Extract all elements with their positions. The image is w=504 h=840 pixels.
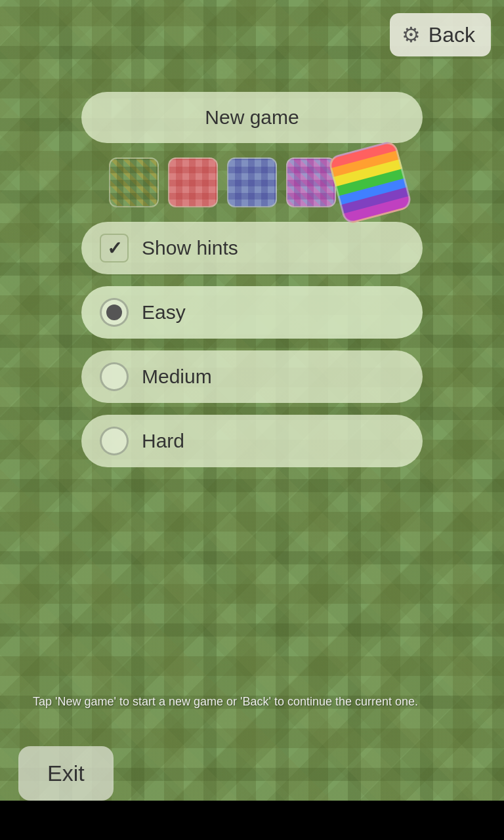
theme-swatch-blue[interactable] [227,158,277,207]
difficulty-easy-label: Easy [142,301,186,324]
difficulty-hard-label: Hard [142,430,184,452]
new-game-label: New game [205,106,299,129]
difficulty-medium-label: Medium [142,366,212,388]
back-label: Back [429,23,475,47]
theme-swatch-row [109,158,395,207]
theme-swatch-rainbow[interactable] [327,140,413,225]
new-game-button[interactable]: New game [81,92,423,143]
main-content: ⚙ Back New game Show hints Easy [0,0,504,840]
back-button[interactable]: ⚙ Back [390,13,491,56]
show-hints-label: Show hints [142,237,238,259]
menu-area: New game Show hints Easy Medium H [81,92,423,467]
theme-swatch-red[interactable] [168,158,218,207]
difficulty-easy-radio[interactable] [100,298,129,327]
show-hints-row[interactable]: Show hints [81,222,423,274]
difficulty-medium-radio[interactable] [100,362,129,391]
difficulty-hard-row[interactable]: Hard [81,415,423,467]
theme-swatch-pink[interactable] [286,158,336,207]
exit-button[interactable]: Exit [18,746,114,801]
difficulty-easy-row[interactable]: Easy [81,286,423,339]
show-hints-checkbox[interactable] [100,234,129,262]
exit-label: Exit [47,761,85,786]
theme-swatch-green[interactable] [109,158,159,207]
difficulty-hard-radio[interactable] [100,427,129,455]
bottom-nav-bar [0,801,504,840]
difficulty-medium-row[interactable]: Medium [81,350,423,403]
gear-icon: ⚙ [402,22,421,47]
hint-text: Tap 'New game' to start a new game or 'B… [33,695,471,709]
